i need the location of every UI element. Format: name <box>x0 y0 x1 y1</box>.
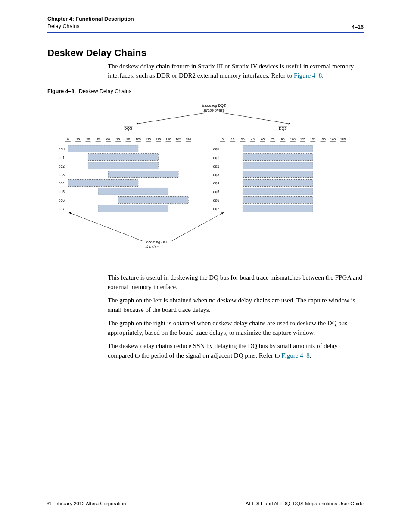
top-label-line1: Incoming DQS <box>202 103 226 108</box>
dq-row-label: dq2 <box>59 164 65 168</box>
dq-bar <box>243 162 313 169</box>
intro-paragraph: The deskew delay chain feature in Strati… <box>108 62 364 81</box>
figure-xref-link[interactable]: Figure 4–8 <box>281 352 309 359</box>
header-page-number: 4–16 <box>352 24 364 30</box>
axis-tick: 90 <box>281 137 284 141</box>
para-1: This feature is useful in deskewing the … <box>108 273 364 292</box>
axis-tick: 180 <box>340 137 346 141</box>
axis-tick: 75 <box>271 137 274 141</box>
dq-bar <box>118 196 188 203</box>
axis-tick: 0 <box>67 137 69 141</box>
axis-tick: 60 <box>106 137 110 141</box>
axis-tick: 135 <box>156 137 161 141</box>
left-chart: DQS0153045607590105120135150165180dq0dq1… <box>59 126 191 212</box>
arrow-bottom-left <box>69 212 143 241</box>
dqs-label: DQS <box>124 126 132 131</box>
dq-bar <box>88 154 158 161</box>
figure-container: Incoming DQS strobe phase DQS01530456075… <box>47 96 364 265</box>
dq-bar <box>243 171 313 177</box>
para-3: The graph on the right is obtained when … <box>108 319 364 337</box>
axis-tick: 135 <box>310 137 315 141</box>
arrow-top-left <box>136 113 206 124</box>
axis-tick: 30 <box>86 137 90 141</box>
dq-row-label: dq1 <box>59 156 65 160</box>
top-label-line2: strobe phase <box>203 108 224 112</box>
axis-tick: 15 <box>231 137 234 141</box>
axis-tick: 60 <box>261 137 265 141</box>
header-sub: Delay Chains <box>47 23 134 30</box>
dq-bar <box>243 205 313 212</box>
right-chart: DQS0153045607590105120135150165180dq0dq1… <box>213 126 346 212</box>
dq-row-label: dq7 <box>213 207 219 211</box>
axis-tick: 105 <box>290 137 296 141</box>
dq-row-label: dq0 <box>59 147 65 151</box>
dq-row-label: dq4 <box>213 181 219 185</box>
dq-row-label: dq0 <box>213 147 219 151</box>
dq-row-label: dq2 <box>213 164 219 168</box>
figure-caption: Figure 4–8. Deskew Delay Chains <box>47 88 364 94</box>
figure-xref-link[interactable]: Figure 4–8 <box>294 72 322 79</box>
dq-bar <box>243 154 313 161</box>
figure-caption-text: Deskew Delay Chains <box>79 88 131 94</box>
header-chapter: Chapter 4: Functional Description <box>47 16 134 23</box>
header-rule <box>47 32 364 33</box>
axis-tick: 30 <box>241 137 244 141</box>
axis-tick: 45 <box>251 137 255 141</box>
para-2: The graph on the left is obtained when n… <box>108 296 364 314</box>
dq-row-label: dq6 <box>59 198 65 202</box>
figure-svg: Incoming DQS strobe phase DQS01530456075… <box>51 102 360 261</box>
dqs-label: DQS <box>279 126 287 131</box>
dq-row-label: dq5 <box>59 190 65 194</box>
dq-bar <box>68 145 138 152</box>
axis-tick: 75 <box>116 137 120 141</box>
axis-tick: 150 <box>320 137 325 141</box>
axis-tick: 120 <box>146 137 151 141</box>
bottom-label-line1: Incoming DQ <box>145 240 167 244</box>
dq-bar <box>68 179 138 186</box>
dq-bar <box>243 196 313 203</box>
axis-tick: 120 <box>300 137 305 141</box>
figure-caption-number: Figure 4–8. <box>47 88 76 94</box>
para-4: The deskew delay chains reduce SSN by de… <box>108 342 364 360</box>
dq-row-label: dq7 <box>59 207 65 211</box>
dq-bar <box>108 171 178 177</box>
dq-bar <box>243 188 313 195</box>
axis-tick: 90 <box>126 137 130 141</box>
dq-row-label: dq6 <box>213 198 219 202</box>
axis-tick: 150 <box>165 137 171 141</box>
axis-tick: 15 <box>76 137 80 141</box>
dq-row-label: dq4 <box>59 181 65 185</box>
section-heading: Deskew Delay Chains <box>47 47 364 59</box>
footer-left: © February 2012 Altera Corporation <box>47 501 126 506</box>
axis-tick: 180 <box>186 137 191 141</box>
dq-row-label: dq3 <box>59 172 65 177</box>
dq-bar <box>98 205 168 212</box>
dq-bar <box>243 145 313 152</box>
axis-tick: 45 <box>97 137 100 141</box>
axis-tick: 0 <box>222 137 224 141</box>
axis-tick: 165 <box>330 137 336 141</box>
dq-row-label: dq5 <box>213 190 219 194</box>
axis-tick: 165 <box>176 137 181 141</box>
dq-row-label: dq1 <box>213 156 219 160</box>
dq-bar <box>98 188 168 195</box>
arrow-bottom-right <box>171 212 224 241</box>
dq-bar <box>243 179 313 186</box>
dq-row-label: dq3 <box>213 172 219 177</box>
page-header: Chapter 4: Functional Description Delay … <box>47 16 364 30</box>
dq-bar <box>88 162 158 169</box>
page-footer: © February 2012 Altera Corporation ALTDL… <box>47 501 364 506</box>
bottom-label-line2: data bus <box>145 245 159 249</box>
axis-tick: 105 <box>136 137 141 141</box>
arrow-top-right <box>223 113 291 124</box>
footer-right: ALTDLL and ALTDQ_DQS Megafunctions User … <box>246 501 364 506</box>
